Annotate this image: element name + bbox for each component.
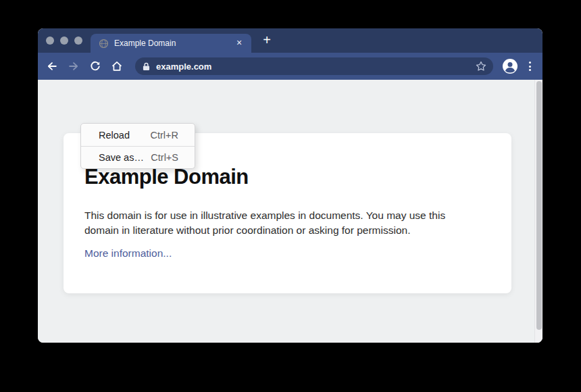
window-controls (46, 36, 82, 45)
window-close-button[interactable] (46, 36, 54, 45)
url-text[interactable]: example.com (156, 62, 211, 72)
context-menu: Reload Ctrl+R Save as… Ctrl+S (80, 123, 195, 169)
lock-icon[interactable] (143, 62, 150, 71)
tab-strip: Example Domain × + (38, 28, 542, 53)
window-zoom-button[interactable] (74, 36, 82, 45)
back-icon[interactable] (46, 60, 58, 72)
scrollbar-thumb[interactable] (536, 81, 542, 330)
forward-icon[interactable] (68, 60, 80, 72)
page-paragraph: This domain is for use in illustrative e… (84, 208, 479, 238)
screenshot-stage: Example Domain × + example (0, 0, 581, 392)
tab-example-domain[interactable]: Example Domain × (91, 34, 251, 53)
menu-item-reload[interactable]: Reload Ctrl+R (81, 124, 195, 146)
menu-item-save-as[interactable]: Save as… Ctrl+S (81, 146, 195, 168)
menu-item-label: Save as… (99, 152, 144, 163)
menu-item-shortcut: Ctrl+S (151, 152, 178, 163)
new-tab-button[interactable]: + (258, 32, 276, 49)
more-information-link[interactable]: More information... (84, 247, 172, 260)
browser-window: Example Domain × + example (38, 28, 542, 343)
tab-favicon-globe-icon (99, 39, 109, 49)
bookmark-star-icon[interactable] (475, 60, 487, 72)
home-icon[interactable] (111, 60, 123, 72)
url-bar[interactable]: example.com (135, 57, 493, 75)
page-viewport: Reload Ctrl+R Save as… Ctrl+S Example Do… (38, 80, 542, 343)
menu-item-label: Reload (99, 130, 130, 141)
profile-avatar-icon[interactable] (502, 58, 518, 74)
window-minimize-button[interactable] (60, 36, 68, 45)
browser-menu-icon[interactable] (525, 60, 534, 72)
tab-close-icon[interactable]: × (234, 38, 245, 49)
reload-icon[interactable] (89, 60, 101, 72)
scrollbar-track[interactable] (534, 80, 542, 343)
tab-title: Example Domain (114, 39, 234, 48)
menu-item-shortcut: Ctrl+R (151, 130, 179, 141)
browser-toolbar: example.com (38, 53, 542, 80)
